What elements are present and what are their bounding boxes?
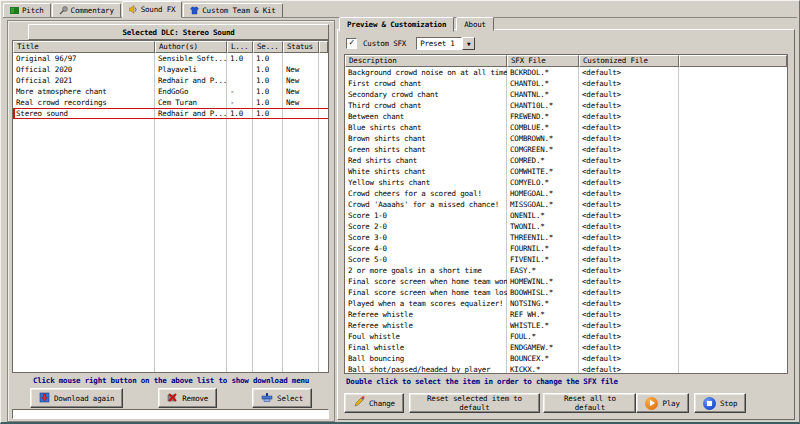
dlc-row[interactable]: Stereo soundRedhair and P...1.01.0 <box>13 108 328 119</box>
column-title[interactable]: Title <box>13 41 155 53</box>
column-authors[interactable]: Author(s) <box>155 41 227 53</box>
custom-sfx-checkbox[interactable]: ✓ <box>346 38 357 49</box>
column-filler <box>679 55 787 67</box>
sfx-row[interactable]: Brown shirts chantCOMBROWN.*<default> <box>345 133 787 144</box>
sfx-row[interactable]: Referee whistleREF WH.*<default> <box>345 309 787 320</box>
column-status[interactable]: Status <box>283 41 319 53</box>
remove-button[interactable]: Remove <box>158 388 217 408</box>
sfx-row[interactable]: Score 5-0FIVENIL.*<default> <box>345 254 787 265</box>
sfx-row[interactable]: Red shirts chantCOMRED.*<default> <box>345 155 787 166</box>
sfx-row[interactable]: Score 3-0THREENIL.*<default> <box>345 232 787 243</box>
sfx-row[interactable]: Referee whistleWHISTLE.*<default> <box>345 320 787 331</box>
tab-sound-fx[interactable]: Sound FX <box>122 1 183 18</box>
main-tab-bar: Pitch Commentary Sound FX Custom Team & … <box>3 2 797 18</box>
sfx-row[interactable]: 2 or more goals in a short timeEASY.*<de… <box>345 265 787 276</box>
sfx-row[interactable]: Background crowd noise on at all timesBC… <box>345 67 787 78</box>
stop-icon <box>703 397 716 410</box>
sfx-row[interactable]: Played when a team scores equalizer!NOTS… <box>345 298 787 309</box>
sfx-cell: Score 4-0 <box>345 243 507 254</box>
tab-commentary[interactable]: Commentary <box>52 3 121 17</box>
stop-button[interactable]: Stop <box>694 393 746 413</box>
sfx-row[interactable]: Final score screen when home team wonHOM… <box>345 276 787 287</box>
dlc-row[interactable]: Original 96/97Sensible Soft...1.01.0 <box>13 53 328 64</box>
sfx-cell: Referee whistle <box>345 320 507 331</box>
dlc-cell: EndGoGo <box>155 86 227 97</box>
dlc-cell: New <box>283 75 319 86</box>
tab-preview-customization[interactable]: Preview & Customization <box>339 17 454 32</box>
sfx-cell: <default> <box>579 78 679 89</box>
column-customized-file[interactable]: Customized File <box>579 55 679 67</box>
dlc-cell: 1.0 <box>253 64 283 75</box>
column-l[interactable]: L... <box>227 41 253 53</box>
dlc-row[interactable]: More atmosphere chantEndGoGo-1.0New <box>13 86 328 97</box>
sfx-row[interactable]: Final score screen when home team lostBO… <box>345 287 787 298</box>
sfx-cell: ENDGAMEW.* <box>507 342 579 353</box>
sfx-row[interactable]: Crowd 'Aaaahs' for a missed chance!MISSG… <box>345 199 787 210</box>
dlc-row[interactable]: Official 2020Playaveli1.0New <box>13 64 328 75</box>
sfx-row[interactable]: Final whistleENDGAMEW.*<default> <box>345 342 787 353</box>
sfx-cell: <default> <box>579 221 679 232</box>
dlc-table-header: Title Author(s) L... Se... Status <box>13 41 328 53</box>
sfx-cell: Blue shirts chant <box>345 122 507 133</box>
dlc-cell: 1.0 <box>253 97 283 108</box>
tab-custom-team-kit-label: Custom Team & Kit <box>202 6 275 15</box>
speaker-icon <box>129 5 138 14</box>
tab-custom-team-kit[interactable]: Custom Team & Kit <box>183 3 282 17</box>
sfx-row[interactable]: Blue shirts chantCOMBLUE.*<default> <box>345 122 787 133</box>
sfx-row[interactable]: Crowd cheers for a scored goal!HOMEGOAL.… <box>345 188 787 199</box>
custom-sfx-label: Custom SFX <box>363 39 406 48</box>
sfx-cell: KICKX.* <box>507 364 579 373</box>
column-se[interactable]: Se... <box>253 41 283 53</box>
sfx-cell: Yellow shirts chant <box>345 177 507 188</box>
dlc-row[interactable]: Real crowd recordingsCem Turan-1.0New <box>13 97 328 108</box>
chevron-down-icon[interactable]: ▼ <box>462 37 475 50</box>
dlc-cell <box>283 53 319 64</box>
column-filler <box>319 41 328 53</box>
play-button[interactable]: Play <box>636 393 688 413</box>
sfx-row[interactable]: Between chantFREWEND.*<default> <box>345 111 787 122</box>
change-button[interactable]: Change <box>344 393 404 413</box>
play-icon <box>645 397 658 410</box>
pitch-icon <box>10 6 19 15</box>
sfx-cell: COMGREEN.* <box>507 144 579 155</box>
sfx-cell: HOMEGOAL.* <box>507 188 579 199</box>
sfx-cell: Between chant <box>345 111 507 122</box>
sfx-cell: Referee whistle <box>345 309 507 320</box>
sfx-row[interactable]: Secondary crowd chantCHANTNL.*<default> <box>345 89 787 100</box>
dlc-panel: Selected DLC: Stereo Sound Title Author(… <box>7 20 335 422</box>
sfx-row[interactable]: First crowd chantCHANT0L.*<default> <box>345 78 787 89</box>
sfx-row[interactable]: Third crowd chantCHANT10L.*<default> <box>345 100 787 111</box>
reset-selected-button[interactable]: Reset selected item to default <box>409 393 540 413</box>
sfx-row[interactable]: Score 2-0TWONIL.*<default> <box>345 221 787 232</box>
reset-all-button[interactable]: Reset all to default <box>543 393 636 413</box>
sfx-row[interactable]: Ball shot/passed/headed by playerKICKX.*… <box>345 364 787 373</box>
sfx-cell: Background crowd noise on at all times <box>345 67 507 78</box>
dlc-cell <box>227 64 253 75</box>
tab-pitch[interactable]: Pitch <box>3 3 51 17</box>
tab-commentary-label: Commentary <box>71 6 114 15</box>
sfx-cell: THREENIL.* <box>507 232 579 243</box>
select-button[interactable]: Select <box>252 388 312 408</box>
sfx-cell: <default> <box>579 188 679 199</box>
sfx-row[interactable]: White shirts chantCOMWHITE.*<default> <box>345 166 787 177</box>
sfx-cell: <default> <box>579 100 679 111</box>
preset-dropdown[interactable]: Preset 1 ▼ <box>416 37 475 50</box>
sfx-row[interactable]: Ball bouncingBOUNCEX.*<default> <box>345 353 787 364</box>
sfx-row[interactable]: Foul whistleFOUL.*<default> <box>345 331 787 342</box>
sfx-row[interactable]: Score 4-0FOURNIL.*<default> <box>345 243 787 254</box>
download-again-button[interactable]: Download again <box>30 388 123 408</box>
sfx-cell: Ball shot/passed/headed by player <box>345 364 507 373</box>
sfx-cell: White shirts chant <box>345 166 507 177</box>
sfx-row[interactable]: Yellow shirts chantCOMYELO.*<default> <box>345 177 787 188</box>
dlc-table: Title Author(s) L... Se... Status Origin… <box>12 40 329 373</box>
tab-about[interactable]: About <box>456 17 494 31</box>
sfx-row[interactable]: Green shirts chantCOMGREEN.*<default> <box>345 144 787 155</box>
sfx-hint: Double click to select the item in order… <box>346 377 618 386</box>
sfx-cell: Crowd cheers for a scored goal! <box>345 188 507 199</box>
column-description[interactable]: Description <box>345 55 507 67</box>
download-hint: Click mouse right button on the above li… <box>8 376 334 385</box>
column-sfx-file[interactable]: SFX File <box>507 55 579 67</box>
dlc-row[interactable]: Official 2021Redhair and P...1.0New <box>13 75 328 86</box>
sfx-row[interactable]: Score 1-0ONENIL.*<default> <box>345 210 787 221</box>
preview-page: ✓ Custom SFX Preset 1 ▼ Description SFX … <box>337 29 795 420</box>
